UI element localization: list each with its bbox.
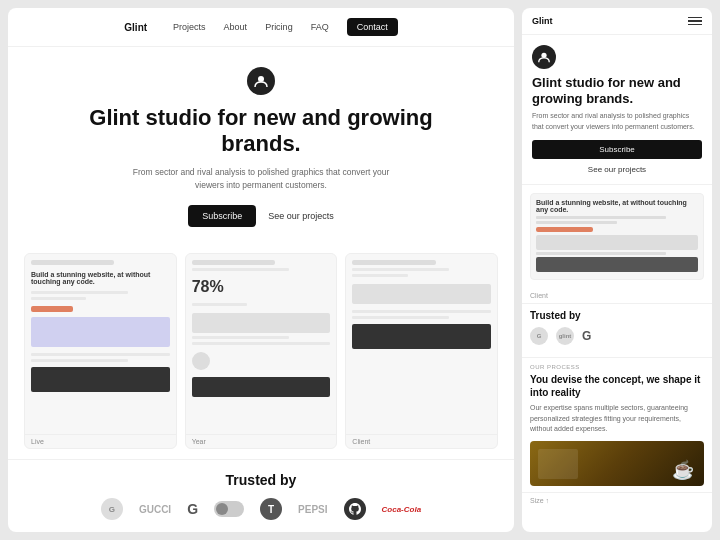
mobile-process: OUR PROCESS You devise the concept, we s… xyxy=(522,357,712,492)
hero-section: Glint studio for new and growing brands.… xyxy=(8,47,514,243)
mock-dark xyxy=(352,324,491,349)
nav-logo: Glint xyxy=(124,22,147,33)
mobile-client-label: Client xyxy=(522,288,712,303)
mock-purple xyxy=(31,317,170,347)
mock-orange-btn xyxy=(31,306,73,312)
mock-line xyxy=(192,303,247,306)
nav-contact-button[interactable]: Contact xyxy=(347,18,398,36)
trusted-logos: G GUCCI G T PEPSI Coca-Cola xyxy=(28,498,494,520)
hero-buttons: Subscribe See our projects xyxy=(188,205,334,227)
logo-switch xyxy=(214,501,244,517)
screenshot-label-3: Client xyxy=(346,434,497,448)
mobile-avatar xyxy=(532,45,556,69)
mobile-logo: Glint xyxy=(532,16,553,26)
logo-google: G xyxy=(187,501,198,517)
desktop-panel: Glint Projects About Pricing FAQ Contact… xyxy=(8,8,514,532)
trusted-section: Trusted by G GUCCI G T PEPSI Coca-Cola xyxy=(8,459,514,532)
hero-subtitle: From sector and rival analysis to polish… xyxy=(131,166,391,192)
logo-cocacola: Coca-Cola xyxy=(382,505,422,514)
ms-block-dark xyxy=(536,257,698,272)
mobile-hero-subtitle: From sector and rival analysis to polish… xyxy=(532,111,702,132)
nav-link-projects[interactable]: Projects xyxy=(173,22,206,32)
hamburger-menu[interactable] xyxy=(688,17,702,26)
svg-point-0 xyxy=(258,76,264,82)
nav: Glint Projects About Pricing FAQ Contact xyxy=(8,8,514,47)
mobile-hero: Glint studio for new and growing brands.… xyxy=(522,35,712,185)
mock-dark xyxy=(31,367,170,392)
screenshot-card-2: 78% Year xyxy=(185,253,338,449)
screenshot-label-1: Live xyxy=(25,434,176,448)
mobile-footer: Size ↑ xyxy=(522,492,712,508)
svg-point-1 xyxy=(541,53,546,58)
mock-line xyxy=(31,359,128,362)
mock-line xyxy=(31,297,86,300)
ms-block xyxy=(536,235,698,250)
mobile-hero-title: Glint studio for new and growing brands. xyxy=(532,75,702,106)
screenshot-label-2: Year xyxy=(186,434,337,448)
logo-gucci: G xyxy=(101,498,123,520)
logo-gucci-text: GUCCI xyxy=(139,504,171,515)
process-tag: OUR PROCESS xyxy=(530,364,704,370)
nav-link-faq[interactable]: FAQ xyxy=(311,22,329,32)
subscribe-button[interactable]: Subscribe xyxy=(188,205,256,227)
nav-link-about[interactable]: About xyxy=(224,22,248,32)
ms-title: Build a stunning website, at without tou… xyxy=(536,199,698,213)
logo-github xyxy=(344,498,366,520)
mock-header xyxy=(192,260,275,265)
hamburger-line-3 xyxy=(688,24,702,26)
screenshot-card-3: Client xyxy=(345,253,498,449)
hamburger-line-2 xyxy=(688,20,702,22)
mobile-screenshot: Build a stunning website, at without tou… xyxy=(530,193,704,280)
screenshot-card-1: Build a stunning website, at without tou… xyxy=(24,253,177,449)
mock-line xyxy=(192,336,289,339)
mock-line xyxy=(352,274,407,277)
mock-block xyxy=(352,284,491,304)
mock-line xyxy=(352,310,491,313)
hamburger-line-1 xyxy=(688,17,702,19)
mock-line xyxy=(31,291,128,294)
logo-t: T xyxy=(260,498,282,520)
mock-line xyxy=(192,342,331,345)
mock-line xyxy=(352,316,449,319)
mobile-trusted-title: Trusted by xyxy=(530,310,704,321)
footer-size: Size ↑ xyxy=(530,497,549,504)
ms-line xyxy=(536,221,617,224)
mock-line xyxy=(192,268,289,271)
ms-btn xyxy=(536,227,593,232)
process-title: You devise the concept, we shape it into… xyxy=(530,373,704,399)
logo-pepsi-text: PEPSI xyxy=(298,504,327,515)
m-logo-google: G xyxy=(582,329,591,343)
mobile-see-projects[interactable]: See our projects xyxy=(532,165,702,174)
mock-block xyxy=(192,313,331,333)
percent-value: 78% xyxy=(192,274,331,300)
user-avatar xyxy=(192,352,210,370)
mock-line xyxy=(352,268,449,271)
nav-link-pricing[interactable]: Pricing xyxy=(265,22,293,32)
m-logo-glint2: glint xyxy=(556,327,574,345)
mobile-trusted: Trusted by G glint G xyxy=(522,303,712,357)
mock-block-dark xyxy=(192,377,331,397)
mock-header xyxy=(352,260,435,265)
mock-line xyxy=(31,353,170,356)
hero-avatar xyxy=(247,67,275,95)
ms-line xyxy=(536,216,666,219)
mobile-logos: G glint G xyxy=(530,327,704,345)
mock-header xyxy=(31,260,114,265)
m-logo-glint: G xyxy=(530,327,548,345)
process-image xyxy=(530,441,704,486)
trusted-title: Trusted by xyxy=(28,472,494,488)
mobile-header: Glint xyxy=(522,8,712,35)
screenshots-section: Build a stunning website, at without tou… xyxy=(8,243,514,459)
mobile-subscribe-button[interactable]: Subscribe xyxy=(532,140,702,159)
mobile-panel: Glint Glint studio for new and growing b… xyxy=(522,8,712,532)
see-projects-button[interactable]: See our projects xyxy=(268,211,334,221)
ms-line xyxy=(536,252,666,255)
process-desc: Our expertise spans multiple sectors, gu… xyxy=(530,403,704,435)
hero-title: Glint studio for new and growing brands. xyxy=(48,105,474,158)
